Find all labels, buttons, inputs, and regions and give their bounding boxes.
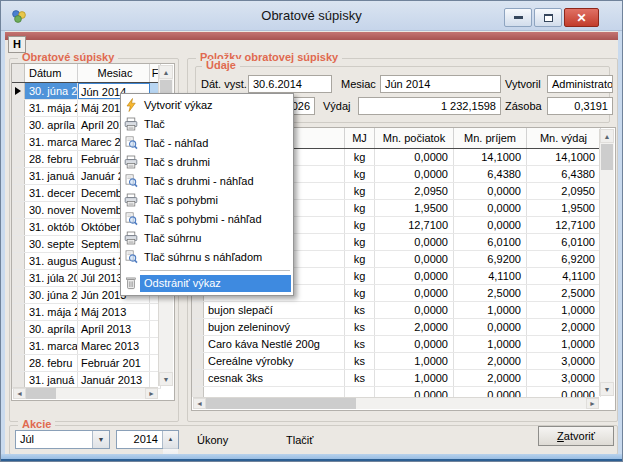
menu-item-tlac-suhrnu[interactable]: Tlač súhrnu [121, 229, 293, 248]
cell-mn-pociatok: 0,0000 [375, 387, 454, 397]
menu-item-tlac-s-pohybmi-nahlad[interactable]: Tlač s pohybmi - náhľad [121, 210, 293, 229]
cell-mesiac: Máj 2013 [78, 304, 150, 320]
column-header-mn-prijem[interactable]: Mn. príjem [454, 128, 527, 148]
row-marker [12, 287, 25, 303]
vytvoril-field[interactable]: Administrator [547, 75, 613, 93]
printer-icon [124, 117, 140, 132]
menu-item-tlac-s-druhmi-nahlad[interactable]: Tlač s druhmi - náhľad [121, 172, 293, 191]
scroll-up-icon[interactable]: ▲ [159, 65, 173, 79]
scroll-down-icon[interactable]: ▼ [600, 382, 614, 396]
menu-item-vytvorit-vykaz[interactable]: Vytvoriť výkaz [121, 96, 293, 115]
menu-item-tlac[interactable]: Tlač [121, 115, 293, 134]
table-row[interactable]: 0,00000,00000,0000 [192, 387, 601, 397]
vydaj-label: Výdaj [323, 100, 351, 112]
menu-separator [140, 270, 290, 271]
dat-vyst-field[interactable]: 30.6.2014 [248, 75, 332, 93]
context-menu: Vytvoriť výkazTlačTlač - náhľadTlač s dr… [120, 93, 294, 296]
h-tab[interactable]: H [8, 36, 26, 53]
cell-mn-prijem: 0,0000 [454, 200, 527, 216]
cell-datum: 31. mája 2 [25, 100, 78, 116]
cell-mn-vydaj: 6,0100 [527, 234, 601, 250]
menu-item-label: Tlač s pohybmi [140, 192, 291, 209]
cell-mn-prijem: 2,0000 [454, 353, 527, 369]
maximize-button[interactable] [534, 8, 562, 27]
chevron-down-icon[interactable]: ▼ [92, 431, 109, 448]
scroll-right-icon[interactable]: ► [586, 398, 599, 409]
menu-item-tlac-s-druhmi[interactable]: Tlač s druhmi [121, 153, 293, 172]
cell-datum: 31. augus [25, 253, 78, 269]
months-table-hscrollbar[interactable]: ◄ ► [13, 387, 158, 399]
column-header-mj[interactable]: MJ [345, 128, 375, 148]
cell-mn-prijem: 2,5000 [454, 285, 527, 301]
cell-mj: ks [345, 353, 375, 369]
cell-mn-pociatok: 0,0000 [375, 268, 454, 284]
items-table-vscrollbar[interactable]: ▲ ▼ [599, 129, 614, 396]
table-row[interactable]: bujon slepačíks0,00001,00001,0000 [192, 302, 601, 319]
column-header-datum[interactable]: Dátum [25, 64, 78, 82]
hscroll-track[interactable] [356, 398, 586, 409]
column-header-mn-pociatok[interactable]: Mn. počiatok [375, 128, 454, 148]
cell-mn-pociatok: 0,0000 [375, 166, 454, 182]
table-row[interactable]: cesnak 3ksks1,00002,00003,0000 [192, 370, 601, 387]
cell-mn-pociatok: 0,0000 [375, 302, 454, 318]
minimize-button[interactable] [504, 8, 532, 27]
printer-icon [124, 193, 140, 208]
row-marker [12, 355, 25, 371]
table-row[interactable]: 30. aprílaApríl 2013 [12, 321, 161, 338]
close-button[interactable]: ✕ [564, 8, 599, 27]
table-row[interactable]: 31. mája 2Máj 2013 [12, 304, 161, 321]
zatvorit-button[interactable]: Zatvoriť [538, 426, 614, 446]
cell-mn-vydaj: 4,1100 [527, 268, 601, 284]
accent-bar [5, 32, 618, 40]
scroll-right-icon[interactable]: ► [145, 388, 158, 399]
menu-item-label: Tlač súhrnu s náhľadom [140, 249, 291, 266]
vscroll-thumb[interactable] [601, 144, 613, 170]
hscroll-thumb[interactable] [26, 388, 56, 399]
cell-datum: 30. nover [25, 202, 78, 218]
cell-mn-prijem: 0,0000 [454, 217, 527, 233]
dat-vyst-label: Dát. vyst. [201, 78, 247, 90]
cell-mn-vydaj: 6,9200 [527, 251, 601, 267]
zasoba-field[interactable]: 0,3191 [547, 97, 613, 115]
cell-mn-prijem: 14,1000 [454, 149, 527, 165]
hscroll-track[interactable] [56, 388, 145, 399]
cell-mn-prijem: 0,0000 [454, 387, 527, 397]
items-table-hscrollbar[interactable]: ◄ ► [193, 397, 599, 409]
printer-icon [124, 155, 140, 170]
table-row[interactable]: Cereálne výrobkyks1,00002,00003,0000 [192, 353, 601, 370]
column-header-mn-vydaj[interactable]: Mn. výdaj [527, 128, 601, 148]
print-preview-icon [124, 212, 140, 227]
table-row[interactable]: Caro káva Nestlé 200gks0,00001,00001,000… [192, 336, 601, 353]
scroll-down-icon[interactable]: ▼ [159, 372, 173, 386]
cell-mn-prijem: 6,4380 [454, 166, 527, 182]
cell-datum: 31. októb [25, 219, 78, 235]
hscroll-thumb[interactable] [206, 398, 356, 409]
cell-nazov: Cereálne výrobky [204, 353, 345, 369]
titlebar[interactable]: Obratové súpisky ✕ [1, 1, 622, 31]
cell-datum: 28. febru [25, 355, 78, 371]
table-row[interactable]: bujon zeleninovýks2,00000,00002,0000 [192, 319, 601, 336]
minimize-icon [514, 16, 523, 19]
table-row[interactable]: 28. februFebruár 201 [12, 355, 161, 372]
cell-mn-pociatok: 0,0000 [375, 336, 454, 352]
spin-up-icon[interactable]: ▲ [163, 431, 178, 449]
menu-item-tlac-suhrnu-s-nahladom[interactable]: Tlač súhrnu s náhľadom [121, 248, 293, 267]
scroll-up-icon[interactable]: ▲ [600, 129, 614, 143]
column-header-mesiac[interactable]: Mesiac [78, 64, 150, 82]
menu-item-tlac-nahlad[interactable]: Tlač - náhľad [121, 134, 293, 153]
menu-item-odstranit-vykaz[interactable]: Odstrániť výkaz [121, 274, 293, 293]
left-group-title: Obratové súpisky [18, 51, 118, 63]
month-combobox[interactable]: Júl ▼ [15, 430, 110, 449]
vydaj-field[interactable]: 1 232,1598 [358, 97, 501, 115]
cell-datum: 31. mája 2 [25, 304, 78, 320]
cell-mn-vydaj: 14,1000 [527, 149, 601, 165]
table-row[interactable]: 31. marcaMarec 2013 [12, 338, 161, 355]
year-stepper[interactable]: 2014 ▲ ▼ [116, 430, 179, 449]
cell-mj [345, 387, 375, 397]
scroll-left-icon[interactable]: ◄ [13, 388, 26, 399]
cell-mn-pociatok: 0,0000 [375, 234, 454, 250]
cell-mn-pociatok: 0,0000 [375, 285, 454, 301]
menu-item-tlac-s-pohybmi[interactable]: Tlač s pohybmi [121, 191, 293, 210]
scroll-left-icon[interactable]: ◄ [193, 398, 206, 409]
mesiac-field[interactable]: Jún 2014 [380, 75, 501, 93]
